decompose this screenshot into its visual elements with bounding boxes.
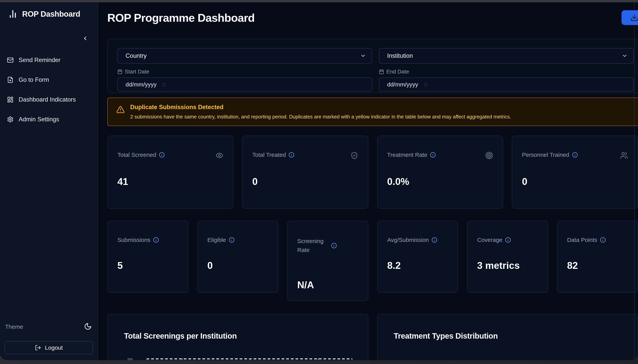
info-icon[interactable]	[153, 237, 159, 243]
stat-label: Personnel Trained	[522, 152, 569, 158]
stat-card-coverage: Coverage 3 metrics	[467, 221, 548, 293]
sidebar-item-label: Admin Settings	[19, 116, 59, 123]
chart-card-treatment-types: Treatment Types Distribution	[377, 314, 638, 360]
calendar-icon	[379, 69, 384, 74]
sidebar-item-go-to-form[interactable]: Go to Form	[5, 75, 93, 85]
stat-card-treatment-rate: Treatment Rate 0.0%	[377, 136, 503, 208]
axis-tick	[318, 358, 318, 360]
eye-icon	[216, 152, 223, 159]
stat-card-submissions: Submissions 5	[107, 221, 188, 293]
end-date-label-text: End Date	[386, 68, 409, 75]
stat-card-total-treated: Total Treated 0	[242, 136, 368, 208]
info-icon[interactable]	[288, 152, 294, 158]
stat-card-screening-rate: Screening Rate N/A	[287, 221, 368, 301]
target-icon	[485, 152, 493, 159]
file-plus-icon	[7, 76, 14, 83]
mail-icon	[7, 57, 14, 64]
stat-label: Submissions	[117, 237, 150, 243]
stat-value: 41	[117, 176, 223, 187]
stat-card-eligible: Eligible 0	[197, 221, 278, 293]
sidebar: ROP Dashboard Send Reminder Go to Form	[0, 2, 98, 360]
chart-title: Total Screenings per Institution	[124, 332, 356, 340]
info-icon[interactable]	[331, 243, 337, 248]
page-title: ROP Programme Dashboard	[107, 12, 638, 24]
moon-icon	[84, 322, 92, 330]
duplicate-warning-banner: Duplicate Submissions Detected 2 submiss…	[107, 98, 638, 126]
info-icon[interactable]	[572, 152, 578, 158]
window-titlebar	[0, 0, 638, 2]
info-icon[interactable]	[432, 237, 437, 243]
stat-card-personnel-trained: Personnel Trained 0	[512, 136, 638, 208]
download-button[interactable]	[621, 10, 638, 25]
app-title: ROP Dashboard	[22, 10, 80, 18]
calendar-icon	[117, 69, 122, 74]
stat-label: Avg/Submission	[387, 237, 429, 243]
info-icon[interactable]	[505, 237, 511, 243]
sidebar-item-send-reminder[interactable]: Send Reminder	[5, 55, 93, 65]
end-date-input[interactable]: dd/mm/yyyy	[379, 78, 634, 92]
country-select[interactable]: Country	[117, 48, 372, 64]
chevron-left-icon	[82, 36, 88, 41]
start-date-input[interactable]: dd/mm/yyyy	[117, 78, 372, 92]
stat-value: 82	[567, 260, 628, 271]
main-content: ROP Programme Dashboard Country Institut…	[98, 2, 638, 360]
logout-label: Logout	[45, 344, 63, 351]
app-logo: ROP Dashboard	[5, 9, 93, 19]
stat-label: Treatment Rate	[387, 152, 427, 158]
stat-label: Coverage	[477, 237, 502, 243]
stat-value: N/A	[297, 279, 358, 290]
primary-stats-row: Total Screened 41 Total Treated	[107, 136, 638, 208]
secondary-stats-row: Submissions 5 Eligible 0	[107, 221, 638, 301]
date-picker-icon[interactable]	[162, 82, 167, 88]
scrollbar-track[interactable]	[634, 2, 634, 360]
info-icon[interactable]	[430, 152, 436, 158]
charts-row: Total Screenings per Institution 30 Trea…	[107, 314, 638, 360]
start-date-label-text: Start Date	[125, 68, 149, 75]
logout-button[interactable]: Logout	[5, 341, 93, 354]
axis-tick	[352, 358, 352, 360]
institution-select[interactable]: Institution	[379, 48, 634, 64]
info-icon[interactable]	[229, 237, 235, 243]
screen: ROP Dashboard Send Reminder Go to Form	[0, 0, 638, 364]
axis-tick	[147, 358, 147, 360]
stat-value: 5	[117, 260, 178, 271]
chart-title: Treatment Types Distribution	[394, 332, 626, 340]
sidebar-item-dashboard-indicators[interactable]: Dashboard Indicators	[5, 94, 93, 105]
stat-value: 0.0%	[387, 176, 493, 187]
stat-card-data-points: Data Points 82	[557, 221, 638, 293]
desktop-band	[0, 360, 638, 364]
institution-select-value: Institution	[387, 52, 413, 59]
theme-toggle[interactable]	[84, 322, 92, 331]
sidebar-item-label: Dashboard Indicators	[19, 96, 76, 103]
app-window: ROP Dashboard Send Reminder Go to Form	[0, 2, 638, 360]
stat-card-avg-submission: Avg/Submission 8.2	[377, 221, 458, 293]
stat-label: Total Treated	[252, 152, 286, 158]
date-picker-icon[interactable]	[423, 82, 428, 88]
warning-title: Duplicate Submissions Detected	[130, 104, 511, 111]
chevron-down-icon	[360, 53, 366, 59]
stat-card-total-screened: Total Screened 41	[107, 136, 233, 208]
info-icon[interactable]	[159, 152, 165, 158]
stat-label: Data Points	[567, 237, 597, 243]
sidebar-collapse-button[interactable]	[81, 34, 90, 43]
stat-value: 0	[522, 176, 628, 187]
stat-value: 3 metrics	[477, 260, 538, 271]
sidebar-item-label: Go to Form	[19, 76, 49, 83]
chart-card-screenings-per-institution: Total Screenings per Institution 30	[107, 314, 368, 360]
sidebar-nav: Send Reminder Go to Form Dashboard Indic…	[5, 55, 93, 124]
stat-label: Eligible	[207, 237, 226, 243]
filter-panel: Country Institution Start Date	[107, 39, 638, 93]
country-select-value: Country	[126, 52, 147, 59]
end-date-value: dd/mm/yyyy	[387, 81, 418, 88]
axis-tick	[250, 358, 250, 360]
stat-value: 0	[207, 260, 268, 271]
sidebar-item-admin-settings[interactable]: Admin Settings	[5, 114, 93, 124]
shield-check-icon	[351, 152, 358, 159]
y-axis-tick-label: 30	[127, 357, 133, 360]
logout-icon	[35, 344, 41, 351]
info-icon[interactable]	[600, 237, 606, 243]
gear-icon	[7, 116, 14, 123]
users-icon	[620, 152, 628, 159]
stat-value: 0	[252, 176, 358, 187]
end-date-label: End Date	[379, 68, 634, 75]
